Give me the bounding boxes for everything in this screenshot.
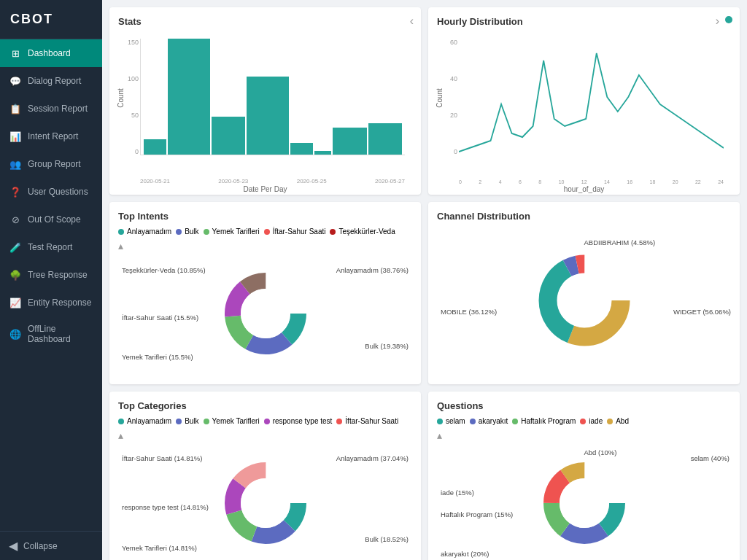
bar	[212, 117, 245, 155]
collapse-label: Collapse	[23, 541, 58, 551]
sidebar-item-label: Entity Response	[28, 298, 91, 308]
cat-label-response: response type test (14.81%)	[122, 503, 209, 511]
questions-donut	[537, 456, 632, 551]
top-intents-title: Top Intents	[118, 211, 412, 222]
sidebar-item-label: Session Report	[28, 104, 88, 114]
svg-point-22	[560, 478, 609, 528]
top-categories-sort[interactable]: ▴	[118, 429, 412, 441]
app-logo: CBOT	[0, 0, 102, 39]
top-categories-title: Top Categories	[118, 400, 412, 411]
dashboard-icon: ⊞	[9, 47, 22, 60]
sidebar-item-dashboard[interactable]: ⊞ Dashboard	[0, 39, 102, 67]
user-questions-icon: ❓	[9, 185, 22, 198]
stats-card: Stats Count 150 100 50 0	[109, 7, 421, 195]
bar	[368, 123, 402, 155]
intents-label-yemek: Yemek Tarifleri (15.5%)	[122, 353, 193, 361]
intents-label-anlayamadim: Anlayamadım (38.76%)	[336, 266, 409, 274]
bar	[290, 143, 313, 155]
top-categories-legend: Anlayamadım Bulk Yemek Tarifleri respons…	[118, 417, 412, 425]
main-content: Stats Count 150 100 50 0	[102, 0, 747, 560]
out-of-scope-icon: ⊘	[9, 213, 22, 226]
entity-response-icon: 📈	[9, 296, 22, 309]
sidebar-item-label: OffLine Dashboard	[28, 324, 93, 344]
channel-label-mobile: MOBILE (36.12%)	[441, 308, 497, 316]
q-label-selam: selam (40%)	[691, 454, 729, 462]
sidebar-item-label: Test Report	[28, 242, 72, 252]
intents-label-tesekkur: Teşekkürler-Veda (10.85%)	[122, 266, 206, 274]
q-label-haftalik: Haftalık Program (15%)	[441, 510, 513, 518]
top-categories-donut	[218, 456, 313, 551]
hourly-title: Hourly Distribution	[437, 16, 731, 27]
bar	[168, 39, 210, 155]
hourly-card: Hourly Distribution Count 60 40 20 0 024…	[428, 7, 740, 195]
sidebar-item-intent[interactable]: 📊 Intent Report	[0, 122, 102, 150]
sidebar-item-out-of-scope[interactable]: ⊘ Out Of Scope	[0, 206, 102, 233]
svg-point-5	[241, 289, 290, 338]
tree-response-icon: 🌳	[9, 268, 22, 281]
bar	[144, 139, 166, 155]
questions-card: Questions selam akaryakıt Haftalık Progr…	[428, 392, 740, 560]
cat-label-iftar: İftar-Sahur Saati (14.81%)	[122, 454, 202, 462]
sidebar-item-group[interactable]: 👥 Group Report	[0, 150, 102, 178]
sidebar-item-label: User Questions	[28, 187, 88, 197]
channel-label-abdiibrahim: ABDIIBRAHIM (4.58%)	[584, 238, 656, 246]
sidebar-item-label: Tree Response	[28, 270, 88, 280]
channel-dist-donut	[530, 246, 639, 355]
intent-icon: 📊	[9, 130, 22, 143]
sidebar-item-offline-dashboard[interactable]: 🌐 OffLine Dashboard	[0, 316, 102, 351]
questions-sort[interactable]: ▴	[437, 429, 731, 441]
test-report-icon: 🧪	[9, 241, 22, 254]
sidebar-item-tree-response[interactable]: 🌳 Tree Response	[0, 261, 102, 289]
hourly-x-label: hour_of_day	[564, 185, 605, 193]
sidebar-item-user-questions[interactable]: ❓ User Questions	[0, 178, 102, 206]
sidebar-item-test-report[interactable]: 🧪 Test Report	[0, 233, 102, 261]
sidebar-item-dialog[interactable]: 💬 Dialog Report	[0, 67, 102, 95]
cat-label-yemek: Yemek Tarifleri (14.81%)	[122, 544, 197, 552]
channel-label-widget: WIDGET (56.06%)	[673, 308, 731, 316]
sidebar-item-label: Dashboard	[28, 48, 71, 58]
sidebar-item-label: Out Of Scope	[28, 214, 81, 225]
session-icon: 📋	[9, 102, 22, 115]
hourly-nav-forward[interactable]: ›	[716, 15, 719, 28]
top-intents-donut	[218, 266, 313, 361]
cat-label-bulk: Bulk (18.52%)	[365, 535, 409, 543]
bar	[247, 77, 289, 155]
bar	[314, 151, 331, 155]
stats-nav-back[interactable]: ‹	[410, 15, 414, 28]
collapse-button[interactable]: ◀ Collapse	[0, 531, 102, 560]
stats-x-label: Date Per Day	[243, 185, 287, 193]
channel-dist-title: Channel Distribution	[437, 211, 731, 222]
top-intents-legend: Anlayamadım Bulk Yemek Tarifleri İftar-S…	[118, 228, 412, 236]
intents-label-iftar: İftar-Sahur Saati (15.5%)	[122, 314, 198, 322]
sidebar-item-session[interactable]: 📋 Session Report	[0, 95, 102, 122]
channel-dist-card: Channel Distribution ABDIIBRAHIM (4.58%)…	[428, 202, 740, 384]
questions-title: Questions	[437, 400, 731, 411]
q-label-akaryakit: akaryakıt (20%)	[441, 550, 489, 558]
hourly-dot	[725, 16, 732, 23]
cat-label-anlayamadim: Anlayamadım (37.04%)	[336, 454, 409, 462]
hourly-line-chart	[459, 39, 724, 155]
questions-legend: selam akaryakıt Haftalık Program iade Ab…	[437, 417, 731, 425]
q-label-iade: iade (15%)	[441, 489, 474, 497]
stats-title: Stats	[118, 16, 412, 27]
sidebar-item-label: Dialog Report	[28, 76, 81, 86]
sidebar-item-label: Intent Report	[28, 131, 78, 141]
svg-point-16	[241, 478, 290, 528]
q-label-abd: Abd (10%)	[584, 448, 617, 456]
top-intents-card: Top Intents Anlayamadım Bulk Yemek Tarif…	[109, 202, 421, 384]
top-categories-card: Top Categories Anlayamadım Bulk Yemek Ta…	[109, 392, 421, 560]
dialog-icon: 💬	[9, 74, 22, 88]
sidebar-item-label: Group Report	[28, 159, 81, 169]
bar	[333, 128, 366, 155]
top-intents-sort[interactable]: ▴	[118, 240, 412, 252]
group-icon: 👥	[9, 158, 22, 171]
offline-dashboard-icon: 🌐	[9, 327, 22, 341]
intents-label-bulk: Bulk (19.38%)	[365, 342, 409, 350]
sidebar-item-entity-response[interactable]: 📈 Entity Response	[0, 289, 102, 316]
svg-point-10	[557, 273, 611, 327]
sidebar: CBOT ⊞ Dashboard 💬 Dialog Report 📋 Sessi…	[0, 0, 102, 560]
